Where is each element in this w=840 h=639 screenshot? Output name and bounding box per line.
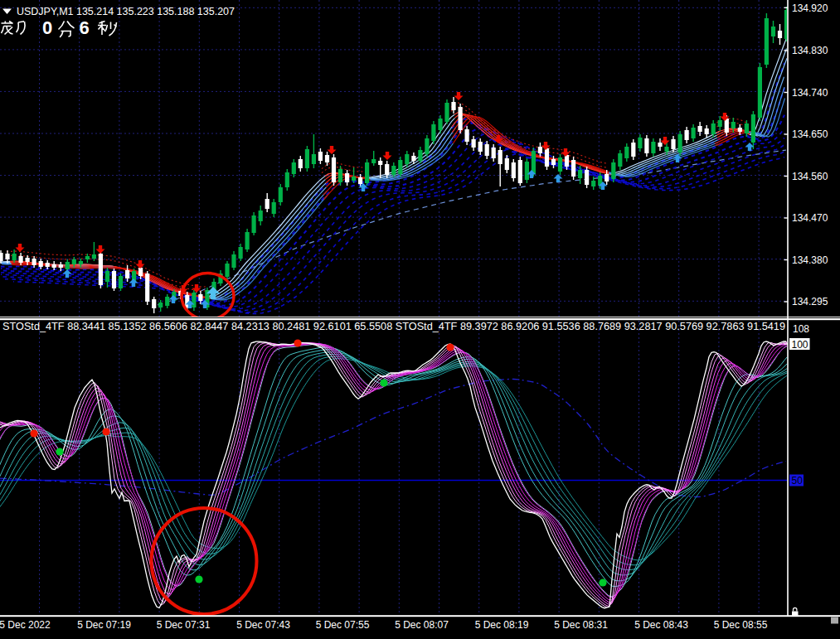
svg-text:134.920: 134.920 — [792, 2, 828, 14]
svg-text:134.830: 134.830 — [792, 45, 828, 56]
svg-text:134.560: 134.560 — [792, 171, 828, 182]
svg-text:5 Dec 08:55: 5 Dec 08:55 — [714, 619, 768, 631]
svg-text:5 Dec 08:19: 5 Dec 08:19 — [475, 619, 529, 631]
svg-text:STOStd_4TF 88.3441 85.1352 86.: STOStd_4TF 88.3441 85.1352 86.5606 82.84… — [2, 321, 785, 332]
svg-text:134.740: 134.740 — [792, 87, 828, 99]
svg-text:5 Dec 08:07: 5 Dec 08:07 — [395, 619, 449, 631]
svg-text:5 Dec 07:43: 5 Dec 07:43 — [236, 619, 290, 631]
svg-text:108: 108 — [793, 323, 809, 335]
svg-text:0: 0 — [42, 17, 52, 38]
svg-text:134.470: 134.470 — [792, 212, 828, 224]
svg-text:5 Dec 07:31: 5 Dec 07:31 — [157, 619, 211, 631]
svg-text:5 Dec 07:55: 5 Dec 07:55 — [316, 619, 370, 631]
svg-text:134.295: 134.295 — [792, 296, 828, 307]
svg-text:6: 6 — [80, 17, 90, 38]
svg-text:50: 50 — [792, 475, 804, 487]
svg-text:100: 100 — [792, 339, 808, 351]
svg-text:5 Dec 07:19: 5 Dec 07:19 — [77, 619, 131, 631]
svg-text:5 Dec 2022: 5 Dec 2022 — [0, 619, 51, 631]
svg-text:USDJPY,M1 135.214 135.223 135: USDJPY,M1 135.214 135.223 135.188 135.20… — [17, 6, 235, 17]
svg-text:134.650: 134.650 — [792, 128, 828, 140]
svg-text:134.380: 134.380 — [792, 254, 828, 266]
svg-text:5 Dec 08:31: 5 Dec 08:31 — [554, 619, 608, 631]
svg-text:5 Dec 08:43: 5 Dec 08:43 — [634, 619, 688, 631]
